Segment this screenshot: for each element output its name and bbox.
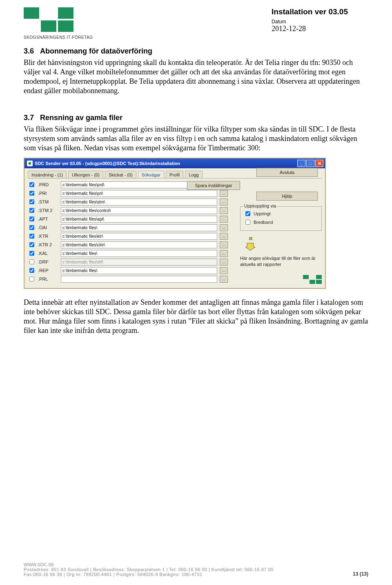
help-button[interactable]: Hjälp: [256, 192, 318, 201]
ext-label: .APT: [38, 217, 58, 221]
section-37-heading: 3.7Rensning av gamla filer: [24, 114, 368, 122]
ext-checkbox[interactable]: [29, 199, 34, 204]
arrow-icon: [240, 235, 261, 251]
ext-checkbox[interactable]: [29, 217, 34, 221]
ext-label: .KAL: [38, 251, 58, 256]
section-36-heading: 3.6Abonnemang för dataöverföring: [24, 47, 368, 56]
browse-button[interactable]: ...: [220, 216, 228, 223]
ext-checkbox[interactable]: [29, 225, 34, 230]
titlebar[interactable]: SDC Sender ver 03.05 - (sdcgpx0001@SDC T…: [24, 159, 325, 168]
ext-label: .DRF: [38, 259, 58, 264]
browse-button[interactable]: ...: [220, 267, 228, 274]
browse-button[interactable]: ...: [220, 241, 228, 248]
ext-label: .STM: [38, 199, 58, 204]
tab-2[interactable]: Skickat - (0): [105, 171, 136, 178]
tab-4[interactable]: Profil: [166, 171, 183, 178]
ext-checkbox[interactable]: [29, 277, 34, 281]
file-row: .PRI...: [28, 190, 228, 197]
browse-button[interactable]: ...: [220, 224, 228, 231]
path-input[interactable]: [61, 224, 217, 231]
app-window: SDC Sender ver 03.05 - (sdcgpx0001@SDC T…: [24, 158, 326, 289]
ext-checkbox[interactable]: [29, 251, 34, 256]
section-37-body-2: Detta innebär att efter nyinstallation a…: [24, 298, 368, 335]
ext-checkbox[interactable]: [29, 182, 34, 187]
ext-checkbox[interactable]: [29, 259, 34, 264]
browse-button[interactable]: ...: [220, 190, 228, 197]
ext-label: .KTR 2: [38, 242, 58, 247]
date-label: Datum: [272, 19, 348, 25]
sdc-mini-logo: [303, 275, 322, 284]
footer-url: WWW.SDC.SE: [24, 562, 368, 567]
file-row: .KAL...: [28, 250, 228, 257]
tab-5[interactable]: Logg: [185, 171, 202, 178]
tab-0[interactable]: Insändning - (1): [28, 171, 67, 178]
page-number: 13 (13): [353, 571, 368, 577]
titlebar-text: SDC Sender ver 03.05 - (sdcgpx0001@SDC T…: [35, 161, 180, 166]
browse-button[interactable]: ...: [220, 199, 228, 205]
tab-3[interactable]: Sökvägar: [138, 171, 164, 178]
footer: WWW.SDC.SE Postadress: 851 83 Sundsvall …: [24, 562, 368, 577]
doc-title: Installation ver 03.05: [272, 7, 348, 16]
ext-label: .PRI: [38, 191, 58, 196]
ext-label: .REP: [38, 268, 58, 273]
file-row: .KTR...: [28, 232, 228, 240]
connection-group: Uppkoppling via Uppringt Bredband: [240, 206, 322, 231]
file-row: .APT...: [28, 215, 228, 223]
path-input[interactable]: [61, 250, 217, 257]
section-37-body-1: Via fliken Sökvägar inne i programmet gö…: [24, 125, 368, 153]
close-button[interactable]: ✕: [315, 160, 323, 167]
file-row: .STM 2...: [28, 207, 228, 214]
file-row: .STM...: [28, 198, 228, 205]
ext-label: .STM 2: [38, 208, 58, 213]
hint-text: Här anges sökvägar till de filer som är …: [240, 255, 322, 267]
file-row: .PRL...: [28, 275, 228, 283]
svg-rect-0: [249, 237, 252, 240]
ext-label: .KTR: [38, 234, 58, 239]
path-input[interactable]: [61, 199, 217, 205]
path-input[interactable]: [61, 259, 217, 266]
path-input[interactable]: [61, 216, 217, 223]
browse-button[interactable]: ...: [220, 207, 228, 214]
ext-checkbox[interactable]: [29, 268, 34, 273]
browse-button[interactable]: ...: [220, 259, 228, 266]
file-row: .OAI...: [28, 224, 228, 231]
path-input[interactable]: [61, 207, 217, 214]
file-row: .DRF...: [28, 258, 228, 266]
browse-button[interactable]: ...: [220, 233, 228, 240]
path-input[interactable]: [61, 276, 217, 283]
ext-label: .PRL: [38, 277, 58, 281]
ext-checkbox[interactable]: [29, 242, 34, 247]
ext-checkbox[interactable]: [29, 208, 34, 213]
path-input[interactable]: [61, 233, 217, 240]
path-input[interactable]: [61, 190, 217, 197]
tab-1[interactable]: Utkorgen - (0): [68, 171, 103, 178]
ext-checkbox[interactable]: [29, 191, 34, 196]
date-value: 2012-12-28: [272, 25, 348, 33]
quit-button[interactable]: Avsluta: [256, 168, 318, 177]
section-36-body: Blir det hänvisningston vid uppringning …: [24, 58, 368, 96]
app-icon: [27, 161, 33, 166]
connection-group-label: Uppkoppling via: [243, 203, 277, 208]
ext-label: .PRD: [38, 182, 58, 187]
bredband-checkbox[interactable]: [245, 220, 250, 225]
footer-line-2: Fax:060-16 86 39 | Org nr: 789200-4461 |…: [24, 572, 368, 577]
logo: SKOGSNÄRINGENS IT-FÖRETAG: [24, 7, 93, 40]
ext-checkbox[interactable]: [29, 234, 34, 239]
maximize-button[interactable]: □: [306, 160, 314, 167]
logo-subtitle: SKOGSNÄRINGENS IT-FÖRETAG: [24, 35, 93, 40]
path-input[interactable]: [61, 241, 217, 248]
save-settings-button[interactable]: Spara inställningar: [187, 181, 240, 190]
path-input[interactable]: [61, 267, 217, 274]
file-row: .KTR 2...: [28, 241, 228, 248]
ext-label: .OAI: [38, 225, 58, 230]
uppringt-checkbox[interactable]: [245, 211, 250, 216]
browse-button[interactable]: ...: [220, 250, 228, 257]
footer-line-1: Postadress: 851 83 Sundsvall | Besöksadr…: [24, 567, 368, 572]
file-row: .REP...: [28, 267, 228, 274]
browse-button[interactable]: ...: [220, 276, 228, 283]
minimize-button[interactable]: _: [297, 160, 305, 167]
